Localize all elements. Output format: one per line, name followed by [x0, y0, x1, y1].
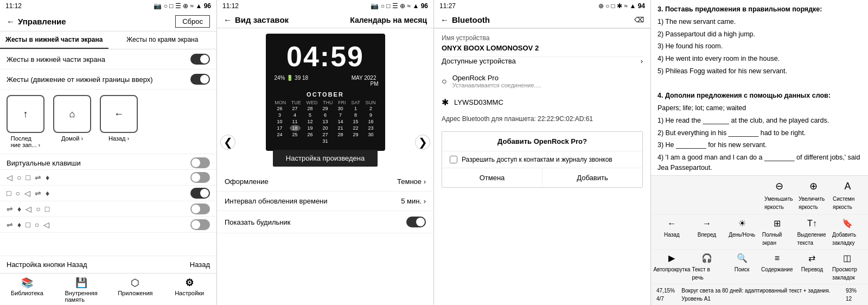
- fullscreen-label: Полный экран: [762, 231, 792, 247]
- kb-toggle-3[interactable]: [190, 204, 210, 214]
- back-icon-2[interactable]: ←: [224, 15, 232, 24]
- kb-toggle-1[interactable]: [190, 172, 210, 183]
- status-time-1: 11:12: [5, 2, 22, 10]
- setup-done-button[interactable]: Настройка произведена: [273, 150, 378, 167]
- library-icon: 📚: [21, 277, 33, 289]
- gesture-back-item[interactable]: ← Назад ›: [100, 95, 138, 148]
- tab-edge-gestures[interactable]: Жесты по краям экрана: [108, 31, 217, 49]
- back-label: Назад: [664, 231, 680, 239]
- clock-pm: PM: [272, 81, 379, 87]
- reader-line: 5) Phileas Fogg waited for his new serva…: [658, 66, 861, 77]
- bt-device-name: ONYX BOOX LOMONOSOV 2: [434, 43, 650, 56]
- panel-bluetooth: 11:27 ⊕ ○ □ ✱ ≈ ▲ 94 ← Bluetooth ⌫ Имя у…: [434, 0, 651, 305]
- panel3-title: ← Bluetooth: [441, 15, 490, 24]
- kb-toggle-4[interactable]: [190, 219, 210, 230]
- week-row: 17181920212223: [272, 125, 379, 131]
- autoscroll-btn[interactable]: ▶ Автопрокрутка: [657, 252, 687, 282]
- lywsd-icon: ✱: [442, 97, 449, 107]
- bookmark-label: Добавить закладку: [832, 231, 862, 247]
- apps-icon: ⬡: [131, 277, 139, 289]
- virtual-keyboard-toggle[interactable]: [190, 157, 210, 168]
- reader-line: 3) He ________ for his new servant.: [658, 140, 861, 150]
- gesture-bottom-toggle[interactable]: [190, 54, 210, 65]
- toolbar-main-row: ← Назад → Вперед ☀ День/Ночь ⊞ Полный эк…: [651, 215, 868, 250]
- bt-add-button[interactable]: Добавить: [542, 168, 642, 187]
- kb-toggle-2[interactable]: [190, 188, 210, 199]
- back-icon: ←: [667, 217, 676, 230]
- search-label: Поиск: [735, 265, 750, 274]
- day-night-icon: ☀: [738, 217, 746, 230]
- highlight-label: Выделение текста: [797, 231, 827, 247]
- reset-button[interactable]: Сброс: [175, 15, 210, 28]
- gesture-home-item[interactable]: ⌂ Домой ›: [53, 95, 91, 148]
- bookmark-btn[interactable]: 🔖 Добавить закладку: [832, 217, 862, 247]
- reader-line: 1) The new servant came.: [658, 17, 861, 27]
- bt-search-indicator: ›: [641, 57, 643, 65]
- bt-cancel-button[interactable]: Отмена: [442, 168, 542, 187]
- setting-theme-value[interactable]: Темное ›: [397, 177, 426, 186]
- alarm-toggle[interactable]: [406, 217, 426, 227]
- back-icon-3[interactable]: ←: [441, 15, 449, 24]
- system-brightness-btn[interactable]: A Системн яркость: [833, 179, 863, 211]
- setting-interval-value[interactable]: 5 мин. ›: [401, 197, 426, 205]
- toc-btn[interactable]: ≡ Содержание: [762, 252, 792, 282]
- bluetooth-delete-icon[interactable]: ⌫: [634, 16, 644, 24]
- status-icons-3: ⊕ ○ □ ✱ ≈ ▲ 94: [598, 2, 645, 10]
- bt-device-lywsd[interactable]: ✱ LYWSD03MMC: [434, 93, 650, 112]
- decrease-brightness-btn[interactable]: ⊖ Уменьшить яркость: [764, 179, 794, 211]
- reader-line: 2) Passepartout did a high jump.: [658, 29, 861, 40]
- highlight-icon: T↑: [807, 217, 817, 230]
- increase-brightness-btn[interactable]: ⊕ Увеличить яркость: [799, 179, 828, 211]
- translate-btn[interactable]: ⇄ Перевод: [797, 252, 827, 282]
- tts-label: Текст в речь: [692, 265, 722, 282]
- bt-device-openrock[interactable]: ○ OpenRock Pro Устанавливается соединени…: [434, 69, 650, 93]
- tab-bottom-gestures[interactable]: Жесты в нижней части экрана: [0, 31, 108, 49]
- bookmarks-view-btn[interactable]: ◫ Просмотр закладок: [832, 252, 862, 282]
- increase-brightness-icon: ⊕: [809, 179, 818, 194]
- panel2-title: ← Вид заставок: [224, 15, 289, 24]
- panel1-header: ← Управление Сброс: [0, 12, 216, 31]
- panel1-title: ← Управление: [7, 17, 66, 26]
- gesture-swipe-toggle[interactable]: [190, 74, 210, 85]
- nav-settings[interactable]: ⚙ Настройки: [162, 277, 216, 303]
- clock-date: 24% 🔋 39 18 MAY 2022: [272, 75, 379, 81]
- days-header: MONTUEWEDTHUFRISATSUN: [272, 100, 379, 105]
- toc-label: Содержание: [761, 265, 793, 274]
- forward-icon: →: [703, 217, 711, 230]
- reader-line: 4) 'I am a good man and I can do a _____…: [658, 152, 861, 173]
- back-icon-1[interactable]: ←: [7, 17, 15, 26]
- bt-address: Адрес Bluetooth для планшета: 22:22:9C:0…: [434, 112, 650, 126]
- key-icon: ♦: [46, 173, 49, 182]
- reader-line: 4) He went into every room in the house.: [658, 54, 861, 64]
- gesture-tabs: Жесты в нижней части экрана Жесты по кра…: [0, 31, 216, 49]
- gesture-bottom-toggle-row: Жесты в нижней части экрана: [0, 49, 216, 69]
- nav-apps[interactable]: ⬡ Приложения: [108, 277, 163, 303]
- fullscreen-btn[interactable]: ⊞ Полный экран: [762, 217, 792, 247]
- nav-storage[interactable]: 💾 Внутренняяпамять: [54, 277, 108, 303]
- bt-device-section-label: Имя устройства: [434, 29, 650, 43]
- key-icon: ⇌: [35, 173, 41, 182]
- gesture-back-label: Назад ›: [108, 135, 129, 142]
- gesture-recent-item[interactable]: ↑ Последние зап... ›: [7, 95, 44, 148]
- panel2-header: ← Вид заставок Календарь на месяц: [217, 12, 433, 28]
- lywsd-name: LYWSD03MMC: [454, 98, 503, 106]
- panel-controls: 11:12 📷 ○ □ ☰ ⊕ ≈ ▲ 96 ← Управление Сбро…: [0, 0, 217, 305]
- day-night-btn[interactable]: ☀ День/Ночь: [727, 217, 757, 247]
- setting-theme-label: Оформление: [225, 177, 269, 186]
- system-brightness-icon: A: [844, 179, 851, 194]
- highlight-btn[interactable]: T↑ Выделение текста: [797, 217, 827, 247]
- clock-time: 04:59: [272, 40, 379, 73]
- system-brightness-label: Системн яркость: [833, 195, 863, 211]
- bt-contacts-checkbox[interactable]: [450, 156, 457, 163]
- calendar-month: OCTOBER: [272, 91, 379, 98]
- translate-label: Перевод: [801, 265, 823, 274]
- search-btn[interactable]: 🔍 Поиск: [727, 252, 757, 282]
- nav-library[interactable]: 📚 Библиотека: [0, 277, 54, 303]
- tts-btn[interactable]: 🎧 Текст в речь: [692, 252, 722, 282]
- forward-btn[interactable]: → Вперед: [692, 217, 722, 247]
- back-btn[interactable]: ← Назад: [657, 217, 687, 247]
- toc-icon: ≡: [775, 252, 780, 265]
- kb-row-1: ◁ ○ □ ⇌ ♦: [0, 170, 216, 186]
- panel-reader: 3. Поставь предложения в правильном поря…: [651, 0, 868, 305]
- kb-keys-3: ⇌ ♦ ◁ ○ □: [7, 205, 49, 213]
